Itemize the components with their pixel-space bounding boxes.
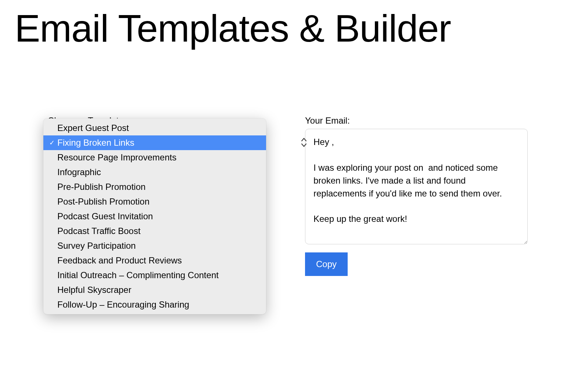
template-option-label: Initial Outreach – Complimenting Content	[57, 270, 262, 280]
template-option[interactable]: Feedback and Product Reviews	[43, 253, 266, 268]
template-option[interactable]: Expert Guest Post	[43, 121, 266, 135]
template-option-label: Expert Guest Post	[57, 123, 262, 133]
template-option-label: Post-Publish Promotion	[57, 196, 262, 207]
template-option-label: Follow-Up – Encouraging Sharing	[57, 300, 262, 310]
copy-button[interactable]: Copy	[305, 252, 348, 276]
template-option[interactable]: Follow-Up – Encouraging Sharing	[43, 297, 266, 312]
template-option[interactable]: Helpful Skyscraper	[43, 283, 266, 297]
template-option[interactable]: Initial Outreach – Complimenting Content	[43, 268, 266, 283]
template-option[interactable]: Podcast Traffic Boost	[43, 224, 266, 238]
template-column: Choose a Template: Expert Guest Post✓Fix…	[48, 116, 283, 276]
template-option-label: Resource Page Improvements	[57, 152, 262, 163]
template-option-label: Fixing Broken Links	[57, 138, 262, 148]
content-wrap: Choose a Template: Expert Guest Post✓Fix…	[0, 49, 588, 276]
page-title: Email Templates & Builder	[0, 0, 588, 49]
template-option[interactable]: Podcast Guest Invitation	[43, 209, 266, 224]
template-option[interactable]: Infographic	[43, 165, 266, 180]
template-option-label: Podcast Guest Invitation	[57, 211, 262, 222]
template-option[interactable]: Resource Page Improvements	[43, 150, 266, 165]
template-option-label: Feedback and Product Reviews	[57, 255, 262, 266]
template-option[interactable]: Pre-Publish Promotion	[43, 180, 266, 194]
email-body-textarea[interactable]	[305, 129, 528, 244]
your-email-label: Your Email:	[305, 116, 540, 126]
template-option[interactable]: Post-Publish Promotion	[43, 194, 266, 209]
template-option[interactable]: ✓Fixing Broken Links	[43, 135, 266, 150]
template-option-label: Survey Participation	[57, 241, 262, 251]
template-option[interactable]: Survey Participation	[43, 238, 266, 253]
template-option-label: Infographic	[57, 167, 262, 177]
template-option-label: Podcast Traffic Boost	[57, 226, 262, 236]
template-dropdown[interactable]: Expert Guest Post✓Fixing Broken LinksRes…	[43, 118, 266, 314]
template-option-label: Pre-Publish Promotion	[57, 182, 262, 192]
template-option-label: Helpful Skyscraper	[57, 285, 262, 295]
email-column: Your Email: Copy	[305, 116, 540, 276]
check-icon: ✓	[49, 139, 57, 147]
